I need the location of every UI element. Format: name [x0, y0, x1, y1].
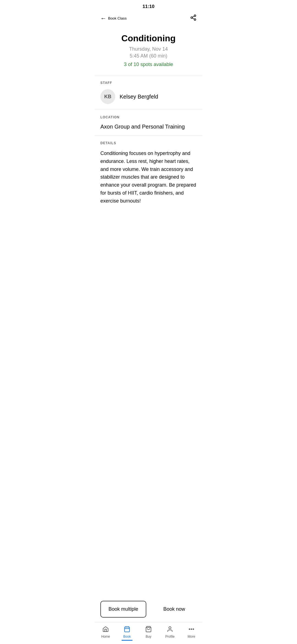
share-button[interactable] [190, 14, 197, 22]
details-section: DETAILS Conditioning focuses on hypertro… [95, 136, 202, 205]
back-button[interactable]: ← Book Class [100, 15, 127, 21]
class-hero: Conditioning Thursday, Nov 14 5:45 AM (6… [95, 27, 202, 75]
spots-available: 3 of 10 spots available [100, 62, 197, 67]
location-name: Axon Group and Personal Training [100, 124, 197, 130]
staff-section-label: STAFF [100, 81, 197, 85]
status-time: 11:10 [142, 4, 154, 9]
svg-line-4 [193, 16, 194, 17]
svg-line-3 [193, 18, 194, 19]
staff-row: KB Kelsey Bergfeld [100, 89, 197, 104]
header-title: Book Class [108, 16, 127, 20]
location-section: LOCATION Axon Group and Personal Trainin… [95, 110, 202, 130]
staff-avatar: KB [100, 89, 115, 104]
staff-name: Kelsey Bergfeld [120, 94, 158, 100]
class-name: Conditioning [100, 33, 197, 43]
class-date: Thursday, Nov 14 [100, 46, 197, 52]
class-time: 5:45 AM (60 min) [100, 53, 197, 59]
location-section-label: LOCATION [100, 115, 197, 119]
details-text: Conditioning focuses on hypertrophy and … [100, 149, 197, 205]
details-section-label: DETAILS [100, 141, 197, 145]
staff-section: STAFF KB Kelsey Bergfeld [95, 75, 202, 104]
back-arrow-icon: ← [100, 15, 106, 21]
share-icon [190, 14, 197, 21]
